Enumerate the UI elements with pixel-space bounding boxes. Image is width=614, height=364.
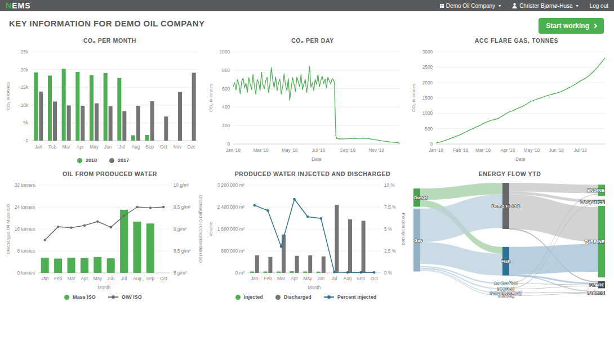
svg-text:0 tonnes: 0 tonnes [17, 271, 35, 276]
svg-text:Feb '18: Feb '18 [453, 148, 468, 153]
svg-text:CO₂ in tonnes: CO₂ in tonnes [208, 84, 213, 112]
start-working-button[interactable]: Start working [539, 18, 604, 34]
svg-text:May: May [90, 145, 99, 150]
svg-text:Discharged Oil Concentration I: Discharged Oil Concentration ISO [198, 195, 203, 263]
svg-text:Discharged Oil Mass ISO: Discharged Oil Mass ISO [6, 204, 11, 254]
oil-from-produced-water-chart[interactable]: 0 tonnes8 tonnes16 tonnes24 tonnes32 ton… [3, 179, 203, 291]
svg-text:Jan: Jan [251, 276, 259, 281]
legend-item-discharged[interactable]: Discharged [275, 294, 312, 300]
svg-text:9.5 g/m³: 9.5 g/m³ [173, 205, 190, 210]
svg-text:Jul: Jul [331, 276, 337, 281]
svg-text:0: 0 [430, 142, 433, 147]
chevron-down-icon: ▾ [576, 3, 579, 8]
svg-text:800: 800 [222, 68, 230, 73]
legend-item-oiw-iso[interactable]: OIW ISO [108, 294, 142, 300]
chart-title: CO₂ PER DAY [206, 37, 406, 45]
svg-text:Bird Field: Bird Field [497, 287, 514, 291]
svg-text:Sep: Sep [145, 145, 154, 150]
ems-dashboard: { "navbar": { "logo_prefix": "N", "logo_… [0, 0, 614, 364]
svg-text:20k: 20k [21, 68, 29, 73]
svg-text:10 %: 10 % [384, 183, 395, 188]
svg-text:Volume: Volume [208, 221, 213, 236]
nems-logo[interactable]: NEMS [6, 0, 30, 11]
svg-text:Feb: Feb [48, 145, 57, 150]
svg-text:Month: Month [308, 285, 321, 290]
svg-text:10k: 10k [21, 103, 29, 108]
svg-text:0 %: 0 % [384, 271, 392, 276]
legend-swatch [235, 295, 241, 300]
svg-text:Another Field: Another Field [494, 281, 518, 285]
svg-text:3000: 3000 [422, 50, 433, 55]
svg-text:0: 0 [227, 142, 230, 147]
legend-swatch [324, 296, 334, 298]
svg-text:Jul '18: Jul '18 [573, 148, 587, 153]
svg-text:Month: Month [98, 285, 111, 290]
chevron-right-icon [593, 24, 597, 28]
user-dropdown[interactable]: Christer Bjørnø-Husa ▾ [512, 3, 578, 9]
svg-text:May '18: May '18 [282, 148, 298, 153]
legend-item-percent-injected[interactable]: Percent injected [324, 294, 377, 300]
legend-item-mass-iso[interactable]: Mass ISO [64, 294, 96, 300]
legend-item-2018[interactable]: 2018 [77, 158, 97, 163]
svg-text:Apr: Apr [81, 276, 88, 281]
svg-text:0 m³: 0 m³ [235, 271, 245, 276]
svg-text:CO₂ in tonnes: CO₂ in tonnes [6, 82, 11, 110]
svg-text:8 tonnes: 8 tonnes [17, 249, 35, 254]
svg-text:Jun: Jun [107, 276, 115, 281]
svg-text:Fish: Fish [501, 259, 511, 264]
svg-text:Feb: Feb [264, 276, 272, 281]
svg-text:9 g/m³: 9 g/m³ [173, 227, 186, 232]
logo-ems: EMS [12, 1, 30, 10]
svg-text:Jan: Jan [35, 145, 43, 150]
co2-per-day-card: CO₂ PER DAY 02004006008001000Jan '18Mar … [206, 37, 406, 165]
svg-text:2000: 2000 [422, 80, 433, 86]
svg-text:16 tonnes: 16 tonnes [15, 227, 35, 232]
svg-text:2 400 000 m³: 2 400 000 m³ [217, 205, 245, 210]
co2-per-month-chart[interactable]: 05k10k15k20k25kJanFebMarAprMayJunJulAugS… [3, 46, 203, 154]
produced-water-chart[interactable]: 0 m³800 000 m³1 600 000 m³2 400 000 m³3 … [206, 179, 406, 291]
legend-item-2017[interactable]: 2017 [109, 158, 129, 163]
svg-text:Tønsberg: Tønsberg [497, 294, 514, 298]
svg-text:Mar: Mar [63, 145, 70, 150]
svg-text:Jan: Jan [41, 276, 49, 281]
svg-text:Jul: Jul [119, 145, 125, 150]
svg-text:CO₂ in tonnes: CO₂ in tonnes [411, 84, 416, 112]
svg-text:2500: 2500 [422, 65, 433, 70]
top-navbar: NEMS Demo Oil Company ▾ Christer Bjørnø-… [0, 0, 614, 11]
energy-flow-sankey[interactable]: DieselGasDemo Field 1FishAnother FieldBi… [409, 179, 611, 300]
grid-icon [440, 4, 444, 8]
svg-text:Aug: Aug [344, 276, 352, 281]
legend-swatch [64, 295, 69, 300]
svg-text:Dec: Dec [187, 145, 195, 150]
logout-link[interactable]: Log out [590, 3, 608, 9]
co2-per-month-legend: 2018 2017 [3, 158, 203, 163]
svg-text:15k: 15k [21, 85, 29, 90]
acc-flare-gas-chart[interactable]: 050010001500200025003000Jan '18Feb '18Ma… [409, 46, 611, 163]
svg-text:Percent injected: Percent injected [401, 213, 406, 245]
company-dropdown[interactable]: Demo Oil Company ▾ [440, 3, 501, 9]
legend-swatch [77, 158, 82, 163]
svg-text:Demo Field 1: Demo Field 1 [492, 204, 520, 209]
svg-text:Sep: Sep [146, 276, 155, 281]
co2-per-day-chart[interactable]: 02004006008001000Jan '18Mar '18May '18Ju… [206, 46, 406, 163]
svg-text:5 %: 5 % [384, 227, 392, 232]
svg-text:200: 200 [222, 123, 230, 128]
chart-title: CO₂ PER MONTH [3, 37, 203, 45]
svg-text:Sep '18: Sep '18 [340, 148, 355, 153]
legend-swatch [109, 158, 114, 163]
chart-title: ENERGY FLOW YTD [409, 170, 611, 178]
svg-text:Oct: Oct [371, 276, 378, 281]
svg-text:Gas: Gas [414, 238, 423, 243]
svg-text:800 000 m³: 800 000 m³ [221, 249, 245, 254]
svg-text:5k: 5k [23, 120, 29, 125]
svg-text:32 tonnes: 32 tonnes [15, 183, 35, 188]
svg-text:May: May [94, 276, 103, 281]
chevron-down-icon: ▾ [499, 3, 501, 8]
svg-text:Jun: Jun [104, 145, 112, 150]
produced-water-card: PRODUCED WATER INJECTED AND DISCHARGED 0… [206, 170, 406, 300]
chart-title: PRODUCED WATER INJECTED AND DISCHARGED [206, 170, 406, 178]
page-title: KEY INFORMATION FOR DEMO OIL COMPANY [9, 19, 204, 28]
svg-text:LOGISTICS: LOGISTICS [580, 200, 605, 205]
svg-text:May '18: May '18 [524, 148, 540, 153]
legend-item-injected[interactable]: Injected [235, 294, 263, 300]
